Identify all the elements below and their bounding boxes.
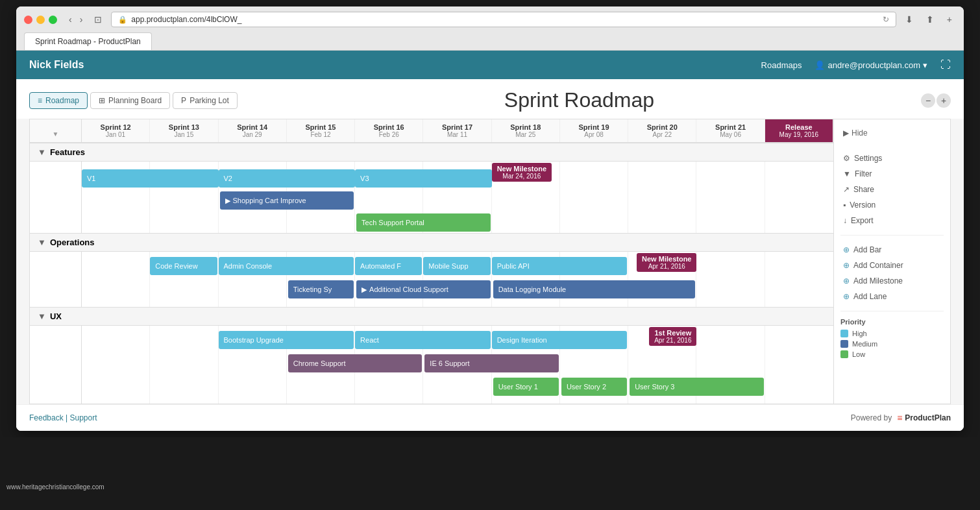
add-bar-icon: ⊕ xyxy=(843,245,850,254)
share-icon: ↗ xyxy=(843,185,850,194)
bar-automated[interactable]: Automated F xyxy=(355,257,422,275)
sprint-header-s15: Sprint 15 Feb 12 xyxy=(287,119,355,142)
sidebar-item-filter[interactable]: ▼ Filter xyxy=(840,166,944,182)
features-toggle-icon[interactable]: ▼ xyxy=(38,147,46,157)
header-empty-cell: ▼ xyxy=(30,119,82,142)
tab-roadmap[interactable]: ≡ Roadmap xyxy=(29,92,88,109)
features-lane-content: New Milestone Mar 24, 2016 V1 V2 V3 ▶ Sh… xyxy=(30,162,833,233)
new-tab-button[interactable]: + xyxy=(943,13,956,26)
bar-v3[interactable]: V3 xyxy=(355,169,492,188)
planning-board-tab-icon: ⊞ xyxy=(99,96,105,105)
roadmap-tab-label: Roadmap xyxy=(45,96,79,105)
priority-low-dot xyxy=(840,350,848,358)
back-button[interactable]: ‹ xyxy=(66,13,75,26)
priority-high-label: High xyxy=(852,330,867,337)
zoom-out-button[interactable]: − xyxy=(921,93,935,108)
bar-user-story-1[interactable]: User Story 1 xyxy=(493,378,559,396)
feedback-link[interactable]: Feedback xyxy=(29,413,64,422)
roadmaps-link[interactable]: Roadmaps xyxy=(761,60,802,70)
bar-shopping-cart[interactable]: ▶ Shopping Cart Improve xyxy=(220,191,354,210)
bar-data-logging[interactable]: Data Logging Module xyxy=(493,280,696,298)
operations-toggle-icon[interactable]: ▼ xyxy=(38,237,46,247)
tab-planning-board[interactable]: ⊞ Planning Board xyxy=(90,92,170,109)
sidebar-add-lane[interactable]: ⊕ Add Lane xyxy=(840,289,944,304)
priority-medium-dot xyxy=(840,340,848,348)
ux-lane: ▼ UX xyxy=(30,308,833,404)
sprint-header-release: Release May 19, 2016 xyxy=(765,119,833,142)
sprint-13-date: Jan 15 xyxy=(153,131,215,138)
brand-icon: ≡ xyxy=(897,413,902,423)
priority-high-dot xyxy=(840,330,848,337)
sidebar-item-export[interactable]: ↓ Export xyxy=(840,213,944,228)
planning-board-tab-label: Planning Board xyxy=(108,96,162,105)
zoom-in-button[interactable]: + xyxy=(937,93,951,108)
support-link[interactable]: Support xyxy=(70,413,97,422)
forward-button[interactable]: › xyxy=(77,13,86,26)
fullscreen-button[interactable]: ⛶ xyxy=(940,59,951,71)
ux-bars-area: 1st Review Apr 21, 2016 Bootstrap Upgrad… xyxy=(82,326,833,404)
bar-user-story-2[interactable]: User Story 2 xyxy=(561,378,627,396)
sprint-header-s21: Sprint 21 May 06 xyxy=(696,119,765,142)
roadmap-toolbar: ≡ Roadmap ⊞ Planning Board P Parking Lot… xyxy=(16,79,964,119)
minimize-button[interactable] xyxy=(36,16,45,24)
footer-brand: Powered by ≡ ProductPlan xyxy=(851,413,951,423)
sidebar-item-settings[interactable]: ⚙ Settings xyxy=(840,151,944,166)
sprint-12-date: Jan 01 xyxy=(84,131,147,138)
bar-admin-console[interactable]: Admin Console xyxy=(219,257,354,275)
sprint-19-name: Sprint 19 xyxy=(563,123,625,131)
share-button[interactable]: ⬆ xyxy=(922,13,938,26)
sprint-header-s14: Sprint 14 Jan 29 xyxy=(219,119,287,142)
filter-icon: ▼ xyxy=(843,169,851,178)
sprint-15-name: Sprint 15 xyxy=(289,123,352,131)
bar-cloud-support[interactable]: ▶ Additional Cloud Support xyxy=(356,280,491,298)
blocked-icon-2: ▶ xyxy=(361,285,367,294)
tab-parking-lot[interactable]: P Parking Lot xyxy=(173,92,238,109)
zoom-controls: − + xyxy=(921,93,951,108)
bar-ie6-support[interactable]: IE 6 Support xyxy=(424,354,559,372)
download-button[interactable]: ⬇ xyxy=(901,13,917,26)
features-lane-header: ▼ Features xyxy=(30,143,833,162)
bar-public-api[interactable]: Public API xyxy=(492,257,628,275)
ux-lane-content: 1st Review Apr 21, 2016 Bootstrap Upgrad… xyxy=(30,326,833,404)
sprint-20-date: Apr 22 xyxy=(631,131,693,138)
bar-react[interactable]: React xyxy=(355,331,491,349)
sidebar-hide-button[interactable]: ▶ Hide xyxy=(840,126,944,140)
browser-chrome: ‹ › ⊡ 🔒 app.productplan.com/4lbClOW_ ↻ ⬇… xyxy=(16,6,964,51)
export-label: Export xyxy=(851,216,874,225)
ux-milestone[interactable]: 1st Review Apr 21, 2016 xyxy=(649,327,696,346)
bar-bootstrap[interactable]: Bootstrap Upgrade xyxy=(219,331,354,349)
sprint-16-date: Feb 26 xyxy=(358,131,420,138)
bar-design-iteration[interactable]: Design Iteration xyxy=(492,331,628,349)
sidebar-item-share[interactable]: ↗ Share xyxy=(840,182,944,197)
add-lane-label: Add Lane xyxy=(853,292,887,301)
bar-user-story-3[interactable]: User Story 3 xyxy=(630,378,764,396)
maximize-button[interactable] xyxy=(49,16,57,24)
version-icon: ▪ xyxy=(843,200,846,210)
sidebar-item-version[interactable]: ▪ Version xyxy=(840,197,944,213)
ux-toggle-icon[interactable]: ▼ xyxy=(38,311,46,321)
address-bar[interactable]: 🔒 app.productplan.com/4lbClOW_ ↻ xyxy=(111,12,896,27)
refresh-icon[interactable]: ↻ xyxy=(883,15,889,24)
sprint-19-date: Apr 08 xyxy=(563,131,625,138)
operations-milestone[interactable]: New Milestone Apr 21, 2016 xyxy=(637,253,696,272)
priority-low: Low xyxy=(840,350,944,358)
sidebar-add-bar[interactable]: ⊕ Add Bar xyxy=(840,242,944,258)
bar-ticketing[interactable]: Ticketing Sy xyxy=(288,280,354,298)
active-tab[interactable]: Sprint Roadmap - ProductPlan xyxy=(24,32,152,50)
bar-v2[interactable]: V2 xyxy=(219,169,356,188)
bar-mobile-supp[interactable]: Mobile Supp xyxy=(423,257,490,275)
bar-code-review[interactable]: Code Review xyxy=(150,257,217,275)
roadmap-container: ▼ Sprint 12 Jan 01 Sprint 13 Jan 15 Spri… xyxy=(29,119,951,404)
bar-v1[interactable]: V1 xyxy=(82,169,219,188)
operations-lane: ▼ Operations xyxy=(30,234,833,308)
sidebar-add-container[interactable]: ⊕ Add Container xyxy=(840,258,944,273)
features-milestone[interactable]: New Milestone Mar 24, 2016 xyxy=(492,163,552,182)
bar-chrome-support[interactable]: Chrome Support xyxy=(288,354,423,372)
priority-high: High xyxy=(840,330,944,337)
user-menu[interactable]: 👤 andre@productplan.com ▾ xyxy=(815,60,927,70)
features-lane: ▼ Features xyxy=(30,143,833,234)
close-button[interactable] xyxy=(24,16,32,24)
bar-tech-support[interactable]: Tech Support Portal xyxy=(356,213,491,232)
sidebar-add-milestone[interactable]: ⊕ Add Milestone xyxy=(840,273,944,289)
tab-overview-button[interactable]: ⊡ xyxy=(90,13,106,26)
